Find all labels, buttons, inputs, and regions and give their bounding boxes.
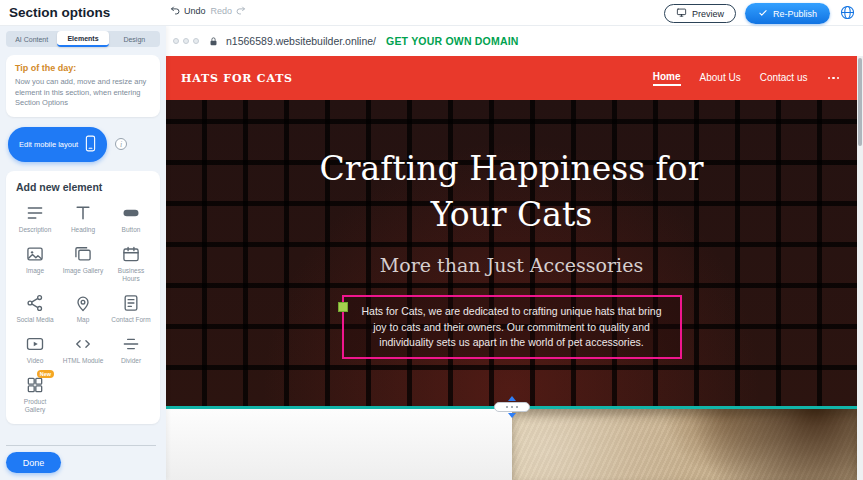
monitor-icon [676, 7, 687, 20]
business-hours-icon [121, 244, 141, 264]
cat-on-carpet-image [512, 409, 857, 480]
site-url: n1566589.websitebuilder.online/ [226, 35, 376, 47]
hero-subheading[interactable]: More than Just Accessories [166, 254, 857, 276]
undo-redo-group: Undo Redo [170, 5, 246, 16]
lock-icon [208, 36, 219, 47]
site-header: HATS FOR CATS Home About Us Contact us [166, 56, 857, 100]
video-icon [25, 334, 45, 354]
arrow-up-icon [508, 396, 516, 401]
language-globe-button[interactable] [839, 4, 856, 24]
next-section [166, 409, 857, 480]
description-icon [25, 203, 45, 223]
element-divider[interactable]: Divider [108, 334, 154, 365]
image-gallery-icon [73, 244, 93, 264]
arrow-down-icon [508, 413, 516, 418]
edit-mobile-label: Edit mobile layout [19, 140, 78, 149]
element-image-gallery[interactable]: Image Gallery [60, 244, 106, 283]
edit-mobile-layout-button[interactable]: Edit mobile layout [8, 127, 107, 162]
product-gallery-icon [25, 375, 45, 395]
get-own-domain-link[interactable]: GET YOUR OWN DOMAIN [386, 35, 519, 47]
site-logo[interactable]: HATS FOR CATS [181, 72, 293, 85]
element-image[interactable]: Image [12, 244, 58, 283]
globe-icon [839, 4, 856, 24]
sidebar-tabs: AI Content Elements Design [6, 31, 160, 47]
hero-paragraph: Hats for Cats, we are dedicated to craft… [354, 304, 670, 350]
republish-button[interactable]: Re-Publish [745, 3, 830, 24]
contact-form-icon [121, 293, 141, 313]
site-preview: HATS FOR CATS Home About Us Contact us C… [166, 56, 857, 480]
element-social-media[interactable]: Social Media [12, 293, 58, 324]
hero-section: Crafting Happiness for Your Cats More th… [166, 100, 857, 406]
nav-home[interactable]: Home [653, 71, 681, 86]
drag-grip [494, 402, 530, 412]
element-map[interactable]: Map [60, 293, 106, 324]
preview-scrollbar [857, 56, 863, 480]
element-video[interactable]: Video [12, 334, 58, 365]
republish-label: Re-Publish [773, 9, 817, 19]
tip-of-the-day-card: Tip of the day: Now you can add, move an… [6, 55, 160, 117]
section-resize-handle[interactable] [494, 396, 530, 418]
section-boundary-line [166, 406, 857, 409]
selected-text-element[interactable]: Hats for Cats, we are dedicated to craft… [342, 295, 682, 359]
done-button[interactable]: Done [6, 452, 61, 473]
tip-title: Tip of the day: [15, 63, 151, 73]
site-nav: Home About Us Contact us [653, 71, 857, 86]
redo-label: Redo [211, 6, 233, 16]
element-heading[interactable]: Heading [60, 203, 106, 234]
map-icon [73, 293, 93, 313]
scrollbar-thumb[interactable] [858, 58, 862, 146]
html-module-icon [73, 334, 93, 354]
browser-dot [173, 38, 179, 44]
sidebar-divider [6, 445, 156, 446]
tab-elements[interactable]: Elements [57, 31, 108, 47]
new-badge: New [37, 370, 54, 378]
undo-label: Undo [184, 6, 206, 16]
element-grid: Description Heading Button Image [12, 203, 154, 415]
browser-dot [183, 38, 189, 44]
undo-icon [170, 5, 181, 16]
divider-icon [121, 334, 141, 354]
page-title: Section options [9, 5, 110, 20]
add-new-element-panel: Add new element Description Heading Butt… [6, 171, 160, 425]
nav-about-us[interactable]: About Us [700, 72, 741, 85]
redo-icon [235, 5, 246, 16]
check-icon [758, 8, 768, 20]
element-button[interactable]: Button [108, 203, 154, 234]
phone-icon [85, 135, 96, 154]
browser-bar: n1566589.websitebuilder.online/ GET YOUR… [166, 26, 863, 56]
website-builder-app: Section options Undo Redo Preview [0, 0, 863, 480]
sidebar: AI Content Elements Design Tip of the da… [0, 26, 166, 480]
element-resize-handle[interactable] [338, 302, 348, 312]
element-contact-form[interactable]: Contact Form [108, 293, 154, 324]
topbar-actions: Preview Re-Publish [664, 3, 856, 24]
tab-ai-content[interactable]: AI Content [6, 31, 57, 47]
image-icon [25, 244, 45, 264]
browser-dot [193, 38, 199, 44]
add-new-element-title: Add new element [16, 181, 154, 193]
redo-button[interactable]: Redo [211, 5, 247, 16]
preview-button[interactable]: Preview [664, 4, 736, 23]
heading-icon [73, 203, 93, 223]
hero-heading[interactable]: Crafting Happiness for Your Cats [297, 146, 727, 238]
info-icon[interactable]: i [115, 138, 127, 150]
button-icon [121, 203, 141, 223]
element-html-module[interactable]: HTML Module [60, 334, 106, 365]
tab-design[interactable]: Design [109, 31, 160, 47]
element-product-gallery[interactable]: New Product Gallery [12, 375, 58, 414]
main-canvas: n1566589.websitebuilder.online/ GET YOUR… [166, 26, 863, 480]
undo-button[interactable]: Undo [170, 5, 206, 16]
nav-more-icon[interactable] [827, 74, 841, 83]
topbar: Section options Undo Redo Preview [0, 0, 863, 26]
nav-contact-us[interactable]: Contact us [760, 72, 808, 85]
element-business-hours[interactable]: Business Hours [108, 244, 154, 283]
element-description[interactable]: Description [12, 203, 58, 234]
preview-label: Preview [692, 9, 724, 19]
social-media-icon [25, 293, 45, 313]
tip-body: Now you can add, move and resize any ele… [15, 77, 151, 109]
edit-mobile-row: Edit mobile layout i [8, 127, 160, 162]
